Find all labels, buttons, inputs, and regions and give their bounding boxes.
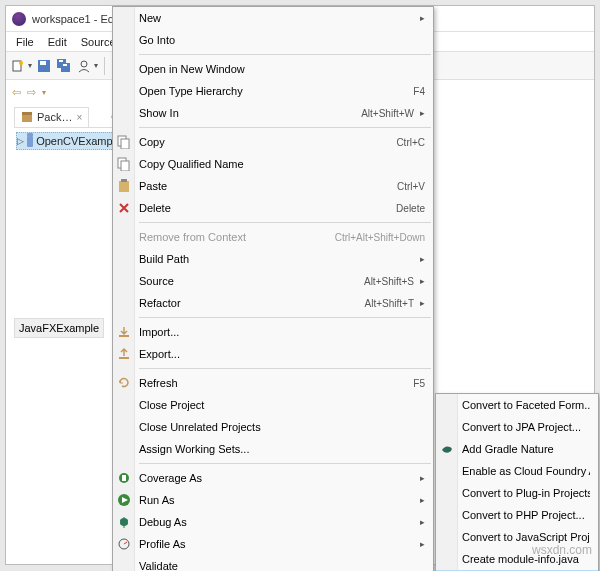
- eclipse-icon: [12, 12, 26, 26]
- menu-item[interactable]: Open Type HierarchyF4: [113, 80, 433, 102]
- run-icon: [116, 492, 132, 508]
- menu-item-label: Copy Qualified Name: [139, 158, 425, 170]
- submenu-arrow-icon: ▸: [420, 517, 425, 527]
- user-icon[interactable]: [76, 58, 92, 74]
- menu-item-label: New: [139, 12, 414, 24]
- submenu-arrow-icon: ▸: [420, 298, 425, 308]
- menu-item[interactable]: SourceAlt+Shift+S▸: [113, 270, 433, 292]
- project-label: JavaFXExample: [19, 322, 99, 334]
- menu-item[interactable]: PasteCtrl+V: [113, 175, 433, 197]
- menu-item[interactable]: Enable as Cloud Foundry App: [436, 460, 598, 482]
- new-icon[interactable]: [10, 58, 26, 74]
- svg-rect-3: [40, 61, 46, 65]
- separator: [139, 222, 431, 223]
- debug-icon: [116, 514, 132, 530]
- menu-item[interactable]: Go Into: [113, 29, 433, 51]
- svg-rect-15: [121, 161, 129, 171]
- dropdown-arrow-icon[interactable]: ▾: [28, 61, 32, 70]
- svg-rect-11: [22, 112, 32, 115]
- menu-item[interactable]: Import...: [113, 321, 433, 343]
- separator: [139, 463, 431, 464]
- menu-file[interactable]: File: [10, 34, 40, 50]
- shortcut-label: Ctrl+Alt+Shift+Down: [335, 232, 425, 243]
- svg-rect-10: [22, 114, 32, 122]
- menu-item[interactable]: Validate: [113, 555, 433, 571]
- submenu-arrow-icon: ▸: [420, 539, 425, 549]
- back-icon[interactable]: ⇦: [12, 86, 21, 99]
- refresh-icon: [116, 375, 132, 391]
- menu-item-label: Refactor: [139, 297, 355, 309]
- menu-item[interactable]: CopyCtrl+C: [113, 131, 433, 153]
- menu-item[interactable]: Close Project: [113, 394, 433, 416]
- menu-item[interactable]: Add Gradle Nature: [436, 438, 598, 460]
- submenu-arrow-icon: ▸: [420, 108, 425, 118]
- menu-item[interactable]: Close Unrelated Projects: [113, 416, 433, 438]
- menu-item-label: Convert to Plug-in Projects...: [462, 487, 590, 499]
- save-all-icon[interactable]: [56, 58, 72, 74]
- menu-item[interactable]: Copy Qualified Name: [113, 153, 433, 175]
- menu-item[interactable]: Convert to Faceted Form...: [436, 394, 598, 416]
- export-icon: [116, 346, 132, 362]
- svg-rect-6: [59, 60, 63, 62]
- menu-item[interactable]: Export...: [113, 343, 433, 365]
- copy-icon: [116, 156, 132, 172]
- separator: [139, 317, 431, 318]
- coverage-icon: [116, 470, 132, 486]
- menu-item[interactable]: RefactorAlt+Shift+T▸: [113, 292, 433, 314]
- submenu-arrow-icon: ▸: [420, 254, 425, 264]
- separator: [104, 57, 105, 75]
- menu-item-label: Paste: [139, 180, 387, 192]
- menu-item-label: Coverage As: [139, 472, 414, 484]
- dropdown-arrow-icon[interactable]: ▾: [42, 88, 46, 97]
- close-icon[interactable]: ×: [76, 112, 82, 123]
- menu-item-label: Run As: [139, 494, 414, 506]
- menu-item[interactable]: Open in New Window: [113, 58, 433, 80]
- context-menu: New▸Go IntoOpen in New WindowOpen Type H…: [112, 6, 434, 571]
- svg-rect-13: [121, 139, 129, 149]
- menu-item[interactable]: Profile As▸: [113, 533, 433, 555]
- menu-item-label: Convert to JPA Project...: [462, 421, 590, 433]
- menu-item[interactable]: Debug As▸: [113, 511, 433, 533]
- menu-item-label: Go Into: [139, 34, 425, 46]
- menu-item-label: Convert to Faceted Form...: [462, 399, 590, 411]
- menu-edit[interactable]: Edit: [42, 34, 73, 50]
- menu-item[interactable]: Coverage As▸: [113, 467, 433, 489]
- menu-item[interactable]: DeleteDelete: [113, 197, 433, 219]
- shortcut-label: F4: [413, 86, 425, 97]
- dropdown-arrow-icon[interactable]: ▾: [94, 61, 98, 70]
- shortcut-label: F5: [413, 378, 425, 389]
- menu-item-label: Validate: [139, 560, 425, 571]
- menu-item-label: Build Path: [139, 253, 414, 265]
- profile-icon: [116, 536, 132, 552]
- menu-item-label: Close Unrelated Projects: [139, 421, 425, 433]
- menu-item[interactable]: New▸: [113, 7, 433, 29]
- tree-item-label: OpenCVExampl: [36, 135, 115, 147]
- menu-item-label: Add Gradle Nature: [462, 443, 590, 455]
- menu-item[interactable]: Build Path▸: [113, 248, 433, 270]
- menu-item-label: Enable as Cloud Foundry App: [462, 465, 590, 477]
- shortcut-label: Delete: [396, 203, 425, 214]
- menu-item[interactable]: Show InAlt+Shift+W▸: [113, 102, 433, 124]
- menu-item[interactable]: Assign Working Sets...: [113, 438, 433, 460]
- menu-item-label: Source: [139, 275, 354, 287]
- forward-icon[interactable]: ⇨: [27, 86, 36, 99]
- paste-icon: [116, 178, 132, 194]
- tree-item[interactable]: ▷ OpenCVExampl: [16, 132, 116, 150]
- copy-icon: [116, 134, 132, 150]
- svg-point-23: [120, 518, 128, 526]
- disclosure-icon[interactable]: ▷: [17, 136, 24, 146]
- svg-rect-7: [63, 64, 67, 66]
- menu-item: Remove from ContextCtrl+Alt+Shift+Down: [113, 226, 433, 248]
- shortcut-label: Alt+Shift+W: [361, 108, 414, 119]
- secondary-project-item[interactable]: JavaFXExample: [14, 318, 104, 338]
- menu-item[interactable]: Run As▸: [113, 489, 433, 511]
- menu-item[interactable]: Convert to Plug-in Projects...: [436, 482, 598, 504]
- menu-item[interactable]: Convert to PHP Project...: [436, 504, 598, 526]
- save-icon[interactable]: [36, 58, 52, 74]
- submenu-arrow-icon: ▸: [420, 276, 425, 286]
- tab-package-explorer[interactable]: Pack… ×: [14, 107, 89, 127]
- menu-item[interactable]: RefreshF5: [113, 372, 433, 394]
- delete-icon: [116, 200, 132, 216]
- menu-item-label: Debug As: [139, 516, 414, 528]
- menu-item[interactable]: Convert to JPA Project...: [436, 416, 598, 438]
